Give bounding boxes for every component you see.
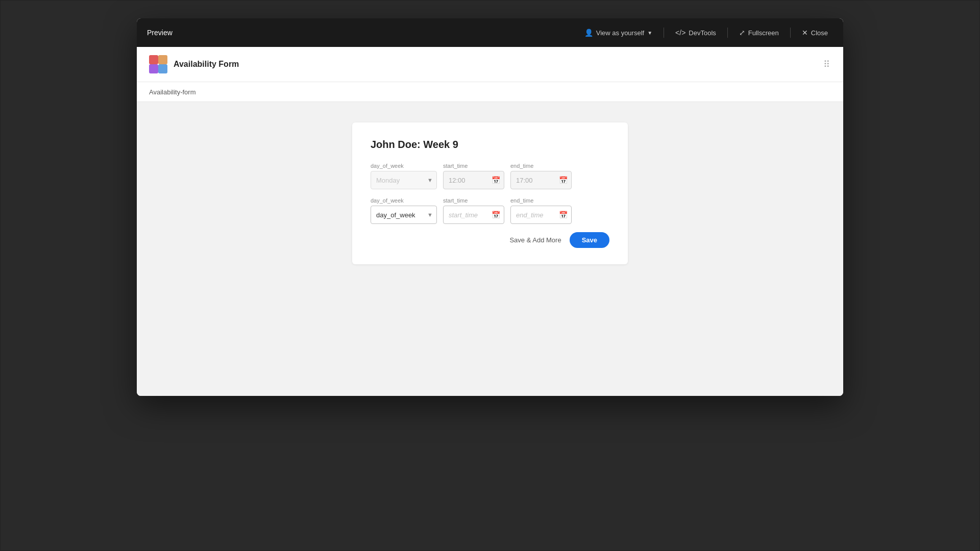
end-time-group-2: end_time 📅: [510, 197, 572, 224]
existing-record-row: day_of_week Monday ▼ start_time 📅: [371, 163, 609, 189]
start-time-wrapper-1: 📅: [443, 171, 504, 189]
view-as-yourself-label: View as yourself: [596, 29, 644, 37]
save-button[interactable]: Save: [570, 232, 609, 248]
preview-modal: Preview 👤 View as yourself ▼ </> DevTool…: [137, 18, 843, 396]
logo-square-1: [149, 55, 158, 64]
breadcrumb-bar: Availability-form: [137, 82, 843, 102]
fullscreen-button[interactable]: ⤢ Fullscreen: [734, 26, 784, 40]
day-of-week-select-2[interactable]: day_of_week Monday Tuesday Wednesday Thu…: [371, 206, 437, 224]
code-icon: </>: [675, 29, 685, 37]
form-actions: Save & Add More Save: [371, 232, 609, 248]
end-time-wrapper-2: 📅: [510, 206, 572, 224]
expand-icon: ⤢: [739, 29, 745, 37]
start-time-input-2[interactable]: [443, 206, 504, 224]
logo-square-2: [158, 55, 167, 64]
end-time-input-1[interactable]: [510, 171, 572, 189]
logo-square-3: [149, 64, 158, 73]
devtools-button[interactable]: </> DevTools: [670, 26, 721, 40]
form-card-title: John Doe: Week 9: [371, 139, 609, 151]
day-of-week-label-1: day_of_week: [371, 163, 437, 169]
start-time-input-1[interactable]: [443, 171, 504, 189]
end-time-label-1: end_time: [510, 163, 572, 169]
form-title: Availability Form: [174, 60, 239, 69]
preview-label: Preview: [147, 29, 173, 37]
day-of-week-label-2: day_of_week: [371, 197, 437, 204]
day-of-week-select-1[interactable]: Monday: [371, 171, 437, 189]
day-of-week-select-wrapper-2: day_of_week Monday Tuesday Wednesday Thu…: [371, 206, 437, 224]
topbar-divider: [664, 28, 664, 38]
app-logo: [149, 55, 167, 73]
modal-overlay: Preview 👤 View as yourself ▼ </> DevTool…: [0, 0, 980, 551]
start-time-group-1: start_time 📅: [443, 163, 504, 189]
start-time-label-2: start_time: [443, 197, 504, 204]
start-time-group-2: start_time 📅: [443, 197, 504, 224]
devtools-label: DevTools: [689, 29, 716, 37]
chevron-down-icon: ▼: [647, 30, 652, 36]
breadcrumb: Availability-form: [149, 88, 196, 96]
form-header-bar: Availability Form ⠿: [137, 47, 843, 82]
view-as-yourself-button[interactable]: 👤 View as yourself ▼: [579, 26, 657, 40]
start-time-wrapper-2: 📅: [443, 206, 504, 224]
new-record-row: day_of_week day_of_week Monday Tuesday W…: [371, 197, 609, 224]
day-of-week-group-2: day_of_week day_of_week Monday Tuesday W…: [371, 197, 437, 224]
topbar-divider-2: [727, 28, 728, 38]
person-icon: 👤: [584, 29, 593, 37]
end-time-wrapper-1: 📅: [510, 171, 572, 189]
close-label: Close: [811, 29, 828, 37]
grid-icon: ⠿: [823, 59, 831, 70]
close-icon: ✕: [802, 29, 808, 37]
close-button[interactable]: ✕ Close: [797, 26, 833, 40]
save-and-add-more-button[interactable]: Save & Add More: [507, 232, 563, 248]
end-time-label-2: end_time: [510, 197, 572, 204]
logo-square-4: [158, 64, 167, 73]
form-content: John Doe: Week 9 day_of_week Monday ▼: [137, 102, 843, 396]
start-time-label-1: start_time: [443, 163, 504, 169]
form-header-left: Availability Form: [149, 55, 239, 73]
end-time-input-2[interactable]: [510, 206, 572, 224]
topbar-divider-3: [790, 28, 791, 38]
fullscreen-label: Fullscreen: [748, 29, 779, 37]
form-card: John Doe: Week 9 day_of_week Monday ▼: [352, 122, 628, 264]
topbar-actions: 👤 View as yourself ▼ </> DevTools ⤢ Full…: [579, 26, 833, 40]
day-of-week-group-1: day_of_week Monday ▼: [371, 163, 437, 189]
preview-topbar: Preview 👤 View as yourself ▼ </> DevTool…: [137, 18, 843, 47]
day-of-week-select-wrapper-1: Monday ▼: [371, 171, 437, 189]
end-time-group-1: end_time 📅: [510, 163, 572, 189]
